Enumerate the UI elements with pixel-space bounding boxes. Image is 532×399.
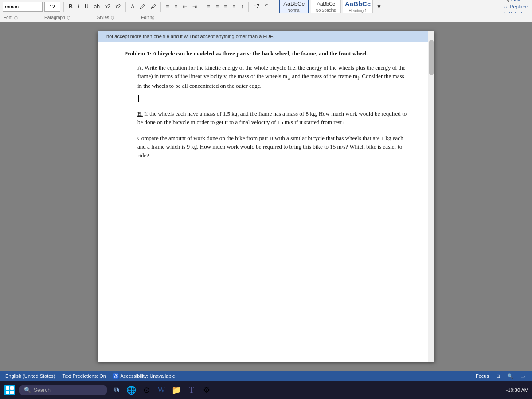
indent-left-button[interactable]: ⇤ (181, 2, 189, 11)
bold-button[interactable]: B (67, 2, 74, 11)
indent-right-button[interactable]: ⇥ (191, 2, 199, 11)
sort-button[interactable]: ↑Z (252, 2, 261, 11)
taskbar-search-icon: 🔍 (24, 387, 31, 394)
edge-icon: 🌐 (126, 385, 136, 395)
taskbar: 🔍 Search ⧉ 🌐 ⊙ W 📁 T ⚙ ~10:30 AM (0, 381, 532, 399)
system-tray: ~10:30 AM (505, 387, 528, 393)
align-center-button[interactable]: ≡ (214, 2, 220, 11)
superscript-button[interactable]: x2 (114, 2, 123, 11)
task-view-button[interactable]: ⧉ (110, 384, 122, 396)
focus-button[interactable]: Focus (474, 373, 491, 379)
part-b-label: B. (137, 110, 143, 117)
taskbar-search-placeholder: Search (34, 387, 51, 393)
file-explorer-button[interactable]: 📁 (170, 384, 183, 396)
system-time: ~10:30 AM (505, 387, 528, 393)
teams-icon: T (189, 386, 194, 395)
separator5 (248, 2, 249, 12)
part-a-text: A. Write the equation for the kinetic en… (137, 63, 408, 90)
list-bullet-button[interactable]: ≡ (164, 2, 171, 11)
document-page: not accept more than one file and it wil… (98, 31, 434, 362)
accessibility-status[interactable]: ♿ Accessibility: Unavailable (113, 373, 175, 379)
style-normal-preview: AaBbCc (283, 0, 305, 7)
font-size-input[interactable]: 12 (44, 2, 60, 12)
replace-label: Replace (510, 4, 528, 9)
banner-text: not accept more than one file and it wil… (106, 34, 274, 39)
cursor-paragraph (137, 94, 408, 102)
edge-button[interactable]: 🌐 (125, 384, 137, 396)
ribbon: roman 12 B I U ab x2 x2 A 🖊 🖌 ≡ ≡ ⇤ ⇥ ≡ … (0, 0, 532, 22)
style-nospacing-label: No Spacing (316, 8, 336, 12)
paragraph-section-label: Paragraph ⬡ (44, 15, 70, 20)
zoom-button[interactable]: 🔍 (505, 373, 515, 379)
scroll-thumb[interactable] (429, 40, 434, 75)
style-normal-label: Normal (288, 8, 301, 12)
editing-section-label: Editing (141, 15, 155, 20)
document-content[interactable]: Problem 1: A bicycle can be modeled as t… (124, 49, 408, 160)
separator1 (63, 2, 64, 12)
underline-button[interactable]: U (83, 2, 90, 11)
separator6 (273, 2, 273, 12)
teams-button[interactable]: T (185, 384, 198, 396)
highlight-button[interactable]: 🖊 (138, 2, 147, 11)
part-b: B. If the wheels each have a mass of 1.5… (137, 110, 408, 127)
windows-icon (4, 385, 15, 395)
top-banner: not accept more than one file and it wil… (98, 31, 434, 42)
replace-button[interactable]: ↔ Replace (501, 4, 529, 10)
pilcrow-button[interactable]: ¶ (263, 2, 270, 11)
ribbon-toolbar: roman 12 B I U ab x2 x2 A 🖊 🖌 ≡ ≡ ⇤ ⇥ ≡ … (0, 0, 532, 13)
italic-button[interactable]: I (76, 2, 81, 11)
font-color-button[interactable]: A (129, 2, 136, 11)
subscript-w: w (287, 75, 291, 81)
strikethrough-button[interactable]: ab (92, 2, 102, 11)
part-a-label: A. (137, 64, 143, 71)
windows-button[interactable] (4, 384, 16, 396)
problem1-title: Problem 1: A bicycle can be modeled as t… (124, 49, 408, 58)
styles-section-expand[interactable]: ⬡ (111, 16, 114, 20)
align-left-button[interactable]: ≡ (205, 2, 212, 11)
style-heading1-label: Heading 1 (349, 8, 367, 13)
status-bar: English (United States) Text Predictions… (0, 371, 532, 381)
paragraph-section-expand[interactable]: ⬡ (67, 16, 70, 20)
chrome-icon: ⊙ (143, 385, 150, 395)
font-section-expand[interactable]: ⬡ (14, 16, 18, 20)
font-section-label: Font ⬡ (4, 15, 18, 20)
predictions-status[interactable]: Text Predictions: On (63, 373, 106, 379)
part-a: A. Write the equation for the kinetic en… (137, 63, 408, 102)
taskbar-search-box[interactable]: 🔍 Search (19, 385, 107, 395)
find-button[interactable]: 🔍 Find (501, 0, 529, 3)
ribbon-section-labels: Font ⬡ Paragraph ⬡ Styles ⬡ Editing (0, 13, 532, 22)
styles-section-label: Styles ⬡ (97, 15, 114, 20)
document-scrollbar[interactable] (428, 31, 434, 362)
accessibility-icon: ♿ (113, 373, 119, 379)
separator2 (125, 2, 126, 12)
line-spacing-button[interactable]: ↕ (239, 2, 245, 11)
view-options-button[interactable]: ⊞ (494, 373, 502, 379)
settings-button[interactable]: ⚙ (200, 384, 213, 396)
align-right-button[interactable]: ≡ (222, 2, 229, 11)
format-painter-button[interactable]: 🖌 (149, 2, 157, 11)
chrome-button[interactable]: ⊙ (140, 384, 153, 396)
document-container[interactable]: not accept more than one file and it wil… (0, 22, 532, 371)
font-name-input[interactable]: roman (3, 2, 43, 12)
find-label: Find (511, 0, 520, 2)
style-heading1-preview: AaBbCc (345, 0, 371, 8)
settings-icon: ⚙ (203, 385, 210, 395)
subscript-button[interactable]: x2 (103, 2, 112, 11)
style-nospacing-preview: AaBbCc (317, 1, 335, 7)
separator3 (160, 2, 161, 12)
word-button[interactable]: W (155, 384, 168, 396)
part-c: Compare the amount of work done on the b… (137, 134, 408, 160)
part-b-text: B. If the wheels each have a mass of 1.5… (137, 110, 408, 127)
align-justify-button[interactable]: ≡ (231, 2, 237, 11)
task-view-icon: ⧉ (114, 386, 119, 394)
part-c-text: Compare the amount of work done on the b… (137, 134, 408, 160)
status-right: Focus ⊞ 🔍 ▭ (474, 373, 527, 379)
text-cursor (138, 95, 139, 102)
layout-button[interactable]: ▭ (519, 373, 527, 379)
file-explorer-icon: 📁 (172, 385, 181, 395)
word-icon: W (158, 386, 165, 395)
list-number-button[interactable]: ≡ (172, 2, 179, 11)
styles-dropdown-button[interactable]: ▼ (375, 2, 383, 11)
find-icon: 🔍 (503, 0, 509, 2)
separator4 (202, 2, 202, 12)
